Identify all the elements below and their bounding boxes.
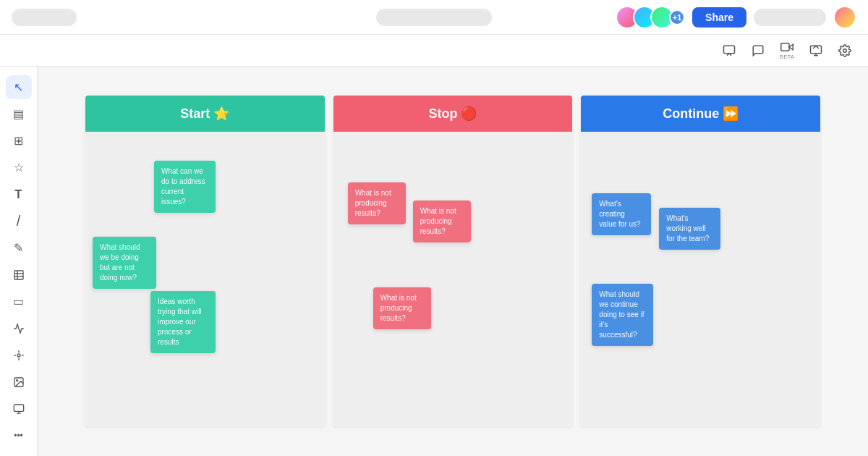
column-continue-header: Continue ⏩ bbox=[581, 96, 820, 132]
column-start-header: Start ⭐ bbox=[85, 96, 325, 132]
settings-icon[interactable] bbox=[833, 39, 856, 62]
line-tool[interactable]: / bbox=[6, 209, 32, 233]
svg-point-6 bbox=[843, 48, 847, 52]
column-start: Start ⭐ What can we do to address curren… bbox=[85, 96, 325, 427]
more-tool[interactable]: ••• bbox=[6, 423, 32, 447]
navbar: +1 Share bbox=[0, 0, 868, 35]
svg-rect-0 bbox=[724, 46, 735, 54]
embed-tool[interactable] bbox=[6, 397, 32, 421]
column-start-body: What can we do to address current issues… bbox=[85, 132, 325, 427]
nav-menu-pill[interactable] bbox=[12, 9, 77, 26]
sticky-note[interactable]: What should we be doing but are not doin… bbox=[93, 237, 156, 289]
screen-share-icon[interactable] bbox=[804, 39, 827, 62]
video-icon[interactable]: BETA bbox=[775, 39, 799, 62]
sticky-note[interactable]: What can we do to address current issues… bbox=[154, 161, 216, 213]
text-tool[interactable]: T bbox=[6, 182, 32, 206]
navbar-center bbox=[376, 9, 492, 26]
nav-right-pill[interactable] bbox=[754, 9, 826, 26]
svg-point-11 bbox=[17, 354, 20, 357]
diagram-tool[interactable] bbox=[6, 343, 32, 367]
navbar-left bbox=[12, 9, 77, 26]
svg-marker-1 bbox=[789, 44, 793, 50]
main-layout: ↖ ▤ ⊞ ☆ T / ✎ ▭ ••• Start ⭐ bbox=[0, 67, 868, 456]
chat-icon[interactable] bbox=[746, 39, 770, 62]
monitor-icon[interactable] bbox=[718, 39, 741, 62]
user-avatar[interactable] bbox=[833, 6, 856, 29]
svg-point-17 bbox=[16, 379, 17, 381]
sticky-note[interactable]: Ideas worth trying that will improve our… bbox=[150, 291, 216, 353]
frame-tool[interactable]: ▭ bbox=[6, 290, 32, 313]
avatar-extra-badge: +1 bbox=[669, 9, 685, 25]
beta-label: BETA bbox=[780, 54, 794, 60]
sticky-note[interactable]: What is not producing results? bbox=[348, 182, 406, 224]
chart-tool[interactable] bbox=[6, 316, 32, 340]
sticky-note[interactable]: What should we continue doing to see if … bbox=[592, 284, 653, 346]
share-button[interactable]: Share bbox=[692, 7, 746, 28]
image-tool[interactable] bbox=[6, 370, 32, 394]
svg-rect-2 bbox=[781, 43, 789, 51]
sticky-note[interactable]: What's working well for the team? bbox=[659, 208, 720, 250]
svg-rect-3 bbox=[811, 46, 822, 54]
cursor-tool[interactable]: ↖ bbox=[6, 75, 32, 99]
column-continue: Continue ⏩ What's creating value for us?… bbox=[581, 96, 820, 427]
pen-tool[interactable]: ✎ bbox=[6, 236, 32, 260]
column-stop: Stop 🔴 What is not producing results? Wh… bbox=[333, 96, 573, 427]
svg-rect-18 bbox=[14, 405, 23, 411]
canvas[interactable]: Start ⭐ What can we do to address curren… bbox=[38, 67, 868, 456]
column-stop-header: Stop 🔴 bbox=[333, 96, 573, 132]
column-continue-body: What's creating value for us? What's wor… bbox=[581, 132, 820, 427]
avatar-group: +1 bbox=[616, 6, 685, 29]
document-tool[interactable]: ▤ bbox=[6, 102, 32, 126]
column-stop-body: What is not producing results? What is n… bbox=[333, 132, 573, 427]
shapes-tool[interactable]: ⊞ bbox=[6, 129, 32, 153]
sticky-note[interactable]: What is not producing results? bbox=[413, 200, 471, 242]
kanban-board: Start ⭐ What can we do to address curren… bbox=[81, 96, 825, 427]
sticky-note[interactable]: What is not producing results? bbox=[373, 287, 431, 329]
nav-search-bar[interactable] bbox=[376, 9, 492, 26]
navbar-right: +1 Share bbox=[616, 6, 856, 29]
subtoolbar: BETA bbox=[0, 35, 868, 67]
sticky-note[interactable]: What's creating value for us? bbox=[592, 193, 651, 235]
svg-rect-7 bbox=[14, 271, 23, 279]
sidebar: ↖ ▤ ⊞ ☆ T / ✎ ▭ ••• bbox=[0, 67, 38, 456]
table-tool[interactable] bbox=[6, 263, 32, 287]
star-tool[interactable]: ☆ bbox=[6, 156, 32, 180]
